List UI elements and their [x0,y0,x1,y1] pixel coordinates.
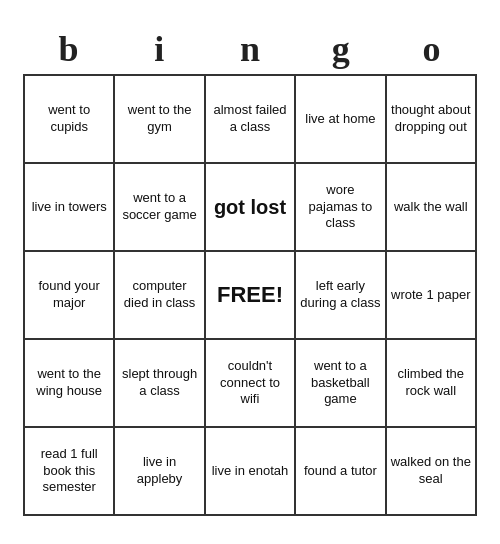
bingo-cell-3[interactable]: live at home [296,76,386,164]
bingo-cell-2[interactable]: almost failed a class [206,76,296,164]
bingo-letter-n: n [206,28,294,70]
bingo-cell-20[interactable]: read 1 full book this semester [25,428,115,516]
bingo-card: bingo went to cupidswent to the gymalmos… [15,20,485,524]
bingo-cell-11[interactable]: computer died in class [115,252,205,340]
bingo-letter-i: i [115,28,203,70]
bingo-cell-1[interactable]: went to the gym [115,76,205,164]
bingo-cell-0[interactable]: went to cupids [25,76,115,164]
bingo-cell-17[interactable]: couldn't connect to wifi [206,340,296,428]
bingo-letter-b: b [24,28,112,70]
bingo-letter-o: o [388,28,476,70]
bingo-grid: went to cupidswent to the gymalmost fail… [23,74,477,516]
bingo-cell-21[interactable]: live in appleby [115,428,205,516]
bingo-cell-19[interactable]: climbed the rock wall [387,340,477,428]
bingo-cell-5[interactable]: live in towers [25,164,115,252]
bingo-cell-10[interactable]: found your major [25,252,115,340]
bingo-cell-23[interactable]: found a tutor [296,428,386,516]
bingo-cell-9[interactable]: walk the wall [387,164,477,252]
bingo-cell-15[interactable]: went to the wing house [25,340,115,428]
bingo-cell-22[interactable]: live in enotah [206,428,296,516]
bingo-cell-4[interactable]: thought about dropping out [387,76,477,164]
bingo-cell-13[interactable]: left early during a class [296,252,386,340]
bingo-header: bingo [23,28,477,70]
bingo-cell-14[interactable]: wrote 1 paper [387,252,477,340]
bingo-cell-7[interactable]: got lost [206,164,296,252]
bingo-letter-g: g [297,28,385,70]
bingo-cell-18[interactable]: went to a basketball game [296,340,386,428]
bingo-cell-24[interactable]: walked on the seal [387,428,477,516]
bingo-cell-16[interactable]: slept through a class [115,340,205,428]
bingo-cell-12[interactable]: FREE! [206,252,296,340]
bingo-cell-8[interactable]: wore pajamas to class [296,164,386,252]
bingo-cell-6[interactable]: went to a soccer game [115,164,205,252]
